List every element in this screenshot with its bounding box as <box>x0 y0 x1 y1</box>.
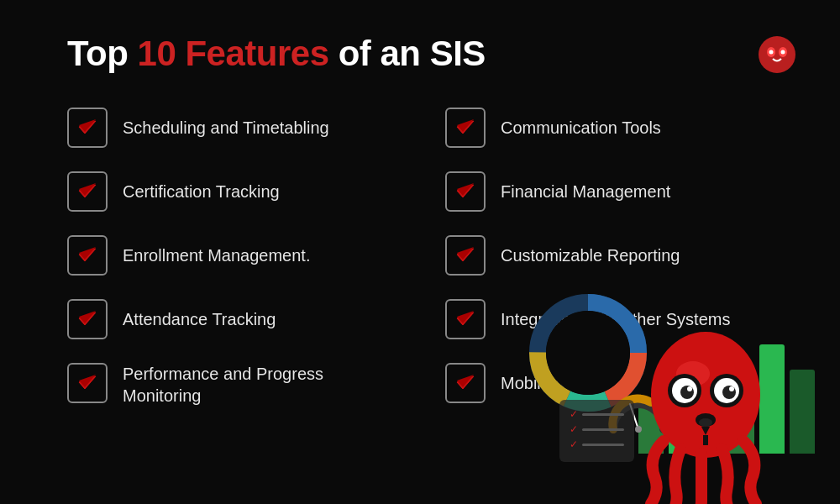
deco-check-icon-3: ✓ <box>570 438 578 450</box>
checkmark-10 <box>453 370 478 396</box>
left-column: Scheduling and Timetabling Certification… <box>67 108 395 430</box>
svg-point-42 <box>729 386 734 391</box>
deco-check-icon-2: ✓ <box>570 423 578 435</box>
feature-label-8: Customizable Reporting <box>501 244 680 266</box>
feature-label-4: Attendance Tracking <box>123 308 276 330</box>
deco-text-3 <box>582 444 624 446</box>
title-suffix: of an SIS <box>329 34 486 73</box>
svg-point-0 <box>759 36 795 73</box>
checkmark-7 <box>453 179 478 204</box>
deco-text-1 <box>582 413 624 416</box>
feature-label-6: Communication Tools <box>501 117 661 139</box>
deco-line-1: ✓ <box>570 408 624 420</box>
checkmark-8 <box>453 243 478 268</box>
svg-point-3 <box>769 50 774 55</box>
svg-point-40 <box>722 386 736 399</box>
svg-point-41 <box>687 386 692 391</box>
deco-line-2: ✓ <box>570 423 624 435</box>
checkmark-9 <box>453 307 478 332</box>
feature-label-1: Scheduling and Timetabling <box>123 117 329 139</box>
checkbox-9 <box>445 299 486 339</box>
feature-label-2: Certification Tracking <box>123 181 280 202</box>
feature-item-1: Scheduling and Timetabling <box>67 108 395 148</box>
svg-rect-46 <box>703 435 708 445</box>
page-container: Top 10 Features of an SIS Scheduling and… <box>0 0 840 504</box>
svg-point-4 <box>781 50 785 55</box>
checkmark-4 <box>75 307 100 332</box>
feature-label-7: Financial Management <box>501 181 670 202</box>
feature-item-3: Enrollment Management. <box>67 235 395 276</box>
feature-item-4: Attendance Tracking <box>67 299 395 339</box>
checkbox-2 <box>67 171 108 212</box>
svg-point-44 <box>699 418 712 427</box>
feature-item-6: Communication Tools <box>445 108 773 148</box>
checkbox-4 <box>67 299 108 339</box>
brand-logo <box>756 34 798 76</box>
octopus-character <box>622 311 790 504</box>
checkbox-10 <box>445 363 486 403</box>
checkbox-8 <box>445 235 486 276</box>
checkmark-3 <box>75 243 100 268</box>
feature-item-8: Customizable Reporting <box>445 235 773 276</box>
checkmark-5 <box>75 370 100 396</box>
feature-item-7: Financial Management <box>445 171 773 212</box>
mini-checklist-decoration: ✓ ✓ ✓ <box>559 400 634 462</box>
checkbox-5 <box>67 363 108 403</box>
checkmark-6 <box>453 115 478 140</box>
title-prefix: Top <box>67 34 138 73</box>
title-highlight: 10 Features <box>138 34 329 73</box>
deco-text-2 <box>582 428 624 431</box>
checkbox-7 <box>445 171 486 212</box>
feature-label-5: Performance and Progress Monitoring <box>123 363 395 407</box>
checkbox-3 <box>67 235 108 276</box>
svg-point-39 <box>680 386 694 399</box>
checkmark-2 <box>75 179 100 204</box>
feature-item-2: Certification Tracking <box>67 171 395 212</box>
svg-point-30 <box>546 311 630 395</box>
deco-line-3: ✓ <box>570 438 624 450</box>
feature-item-5: Performance and Progress Monitoring <box>67 363 395 407</box>
page-title: Top 10 Features of an SIS <box>67 34 773 74</box>
deco-check-icon-1: ✓ <box>570 408 578 420</box>
feature-label-3: Enrollment Management. <box>123 244 310 266</box>
checkmark-1 <box>75 115 100 140</box>
checkbox-6 <box>445 108 486 148</box>
checkbox-1 <box>67 108 108 148</box>
